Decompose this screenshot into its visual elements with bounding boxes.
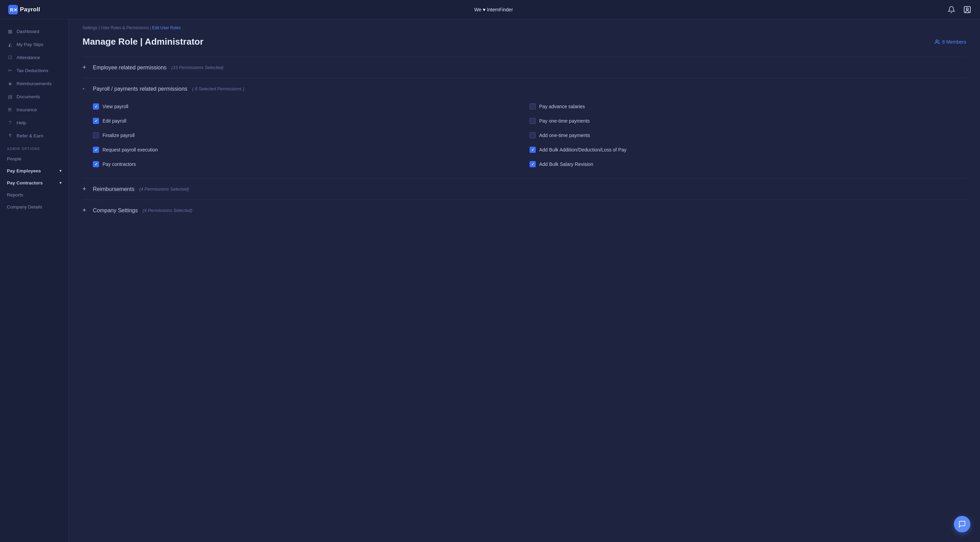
label-edit-payroll: Edit payroll [102, 118, 126, 124]
section-company-settings: + Company Settings (4 Permissions Select… [83, 200, 966, 221]
checkbox-edit-payroll[interactable] [93, 118, 99, 124]
user-account-icon[interactable] [963, 5, 972, 14]
reimbursements-icon: ◈ [7, 80, 13, 87]
attendance-icon: ☑ [7, 54, 13, 60]
razorpay-logo-icon: R✕ [8, 5, 18, 14]
permission-pay-contractors[interactable]: Pay contractors [93, 157, 530, 171]
svg-point-4 [935, 40, 937, 41]
section-employee: + Employee related permissions (15 Permi… [83, 57, 966, 78]
permission-bulk-addition[interactable]: Add Bulk Addition/Deduction/Loss of Pay [530, 143, 966, 157]
checkbox-pay-advance[interactable] [530, 103, 536, 109]
section-reimbursements-title: Reimbursements [93, 186, 134, 192]
permission-pay-one-time[interactable]: Pay one-time payments [530, 114, 966, 128]
permission-view-payroll[interactable]: View payroll [93, 99, 530, 114]
sidebar-nav-items: ▦ Dashboard ◭ My Pay Slips ☑ Attendance … [0, 25, 68, 142]
section-employee-toggle: + [83, 64, 89, 71]
label-view-payroll: View payroll [102, 104, 128, 109]
page-container: Manage Role | Administrator 8 Members + … [69, 34, 980, 235]
checkbox-bulk-addition[interactable] [530, 147, 536, 153]
breadcrumb-edit: Edit User Roles [152, 25, 181, 30]
checkbox-add-one-time[interactable] [530, 132, 536, 138]
members-badge[interactable]: 8 Members [935, 39, 966, 44]
sidebar-label-payslips: My Pay Slips [16, 42, 43, 47]
permission-edit-payroll[interactable]: Edit payroll [93, 114, 530, 128]
label-pay-one-time: Pay one-time payments [539, 118, 590, 124]
label-finalize-payroll: Finalize payroll [102, 133, 134, 138]
section-company-settings-toggle: + [83, 207, 89, 214]
section-employee-header[interactable]: + Employee related permissions (15 Permi… [83, 64, 966, 71]
checkbox-pay-one-time[interactable] [530, 118, 536, 124]
sidebar-label-pay-contractors: Pay Contractors [7, 180, 43, 185]
main-content: Settings | User Roles & Permissions | Ed… [69, 19, 980, 542]
section-company-settings-header[interactable]: + Company Settings (4 Permissions Select… [83, 207, 966, 214]
label-pay-contractors: Pay contractors [102, 162, 136, 167]
sidebar-item-people[interactable]: People [0, 153, 68, 165]
sidebar-item-reimbursements[interactable]: ◈ Reimbursements [0, 77, 68, 90]
sidebar-label-documents: Documents [16, 94, 40, 99]
topnav-actions [947, 5, 972, 14]
section-payroll: - Payroll / payments related permissions… [83, 78, 966, 178]
sidebar-label-refer: Refer & Earn [16, 133, 43, 138]
sidebar-item-tax[interactable]: ✂ Tax Deductions [0, 64, 68, 77]
breadcrumb: Settings | User Roles & Permissions | Ed… [69, 19, 980, 34]
label-bulk-salary: Add Bulk Salary Revision [539, 162, 593, 167]
section-company-settings-subtitle: (4 Permissions Selected) [143, 208, 192, 213]
label-bulk-addition: Add Bulk Addition/Deduction/Loss of Pay [539, 147, 627, 152]
label-request-payroll: Request payroll execution [102, 147, 158, 152]
sidebar-item-reports[interactable]: Reports [0, 189, 68, 201]
label-pay-advance: Pay advance salaries [539, 104, 585, 109]
insurance-icon: ⛨ [7, 106, 13, 113]
section-reimbursements-header[interactable]: + Reimbursements (4 Permissions Selected… [83, 185, 966, 193]
chat-button[interactable] [954, 516, 970, 532]
section-payroll-toggle: - [83, 85, 89, 92]
payslips-icon: ◭ [7, 41, 13, 48]
sidebar-item-pay-employees[interactable]: Pay Employees ▾ [0, 165, 68, 177]
members-count: 8 Members [942, 39, 966, 44]
sidebar-item-documents[interactable]: ▤ Documents [0, 90, 68, 103]
help-icon: ? [7, 119, 13, 126]
permission-finalize-payroll[interactable]: Finalize payroll [93, 128, 530, 143]
sidebar-item-pay-contractors[interactable]: Pay Contractors ▾ [0, 177, 68, 189]
permission-request-payroll[interactable]: Request payroll execution [93, 143, 530, 157]
sidebar-label-dashboard: Dashboard [16, 29, 39, 34]
sidebar-label-reports: Reports [7, 192, 23, 198]
permission-bulk-salary[interactable]: Add Bulk Salary Revision [530, 157, 966, 171]
checkbox-finalize-payroll[interactable] [93, 132, 99, 138]
sidebar-item-help[interactable]: ? Help [0, 116, 68, 129]
checkbox-pay-contractors[interactable] [93, 161, 99, 167]
sidebar-label-company-details: Company Details [7, 204, 42, 209]
sidebar-item-refer[interactable]: ₹ Refer & Earn [0, 129, 68, 142]
sidebar-item-dashboard[interactable]: ▦ Dashboard [0, 25, 68, 38]
sidebar-label-insurance: Insurance [16, 107, 37, 113]
breadcrumb-user-roles[interactable]: User Roles & Permissions [101, 25, 148, 30]
admin-nav-items: People Pay Employees ▾ Pay Contractors ▾… [0, 153, 68, 213]
svg-point-3 [966, 8, 968, 10]
dashboard-icon: ▦ [7, 28, 13, 34]
checkbox-view-payroll[interactable] [93, 103, 99, 109]
checkbox-request-payroll[interactable] [93, 147, 99, 153]
sidebar-item-attendance[interactable]: ☑ Attendance [0, 51, 68, 64]
section-reimbursements: + Reimbursements (4 Permissions Selected… [83, 178, 966, 200]
permission-pay-advance[interactable]: Pay advance salaries [530, 99, 966, 114]
tax-icon: ✂ [7, 67, 13, 73]
section-payroll-header[interactable]: - Payroll / payments related permissions… [83, 85, 966, 92]
sidebar-item-payslips[interactable]: ◭ My Pay Slips [0, 38, 68, 51]
section-reimbursements-subtitle: (4 Permissions Selected) [139, 187, 189, 192]
sidebar-item-company-details[interactable]: Company Details [0, 201, 68, 213]
refer-icon: ₹ [7, 133, 13, 139]
notifications-icon[interactable] [947, 5, 956, 14]
breadcrumb-settings[interactable]: Settings [83, 25, 97, 30]
sidebar: ▦ Dashboard ◭ My Pay Slips ☑ Attendance … [0, 19, 69, 542]
section-employee-subtitle: (15 Permissions Selected) [171, 65, 224, 70]
sidebar-item-insurance[interactable]: ⛨ Insurance [0, 103, 68, 116]
sidebar-label-reimbursements: Reimbursements [16, 81, 52, 86]
section-reimbursements-toggle: + [83, 185, 89, 193]
checkbox-bulk-salary[interactable] [530, 161, 536, 167]
permission-add-one-time[interactable]: Add one-time payments [530, 128, 966, 143]
sidebar-label-attendance: Attendance [16, 55, 40, 60]
page-header: Manage Role | Administrator 8 Members [83, 36, 966, 47]
sidebar-label-people: People [7, 156, 21, 162]
admin-options-label: ADMIN OPTIONS [0, 142, 68, 153]
section-company-settings-title: Company Settings [93, 208, 138, 214]
sidebar-label-tax: Tax Deductions [16, 68, 48, 73]
